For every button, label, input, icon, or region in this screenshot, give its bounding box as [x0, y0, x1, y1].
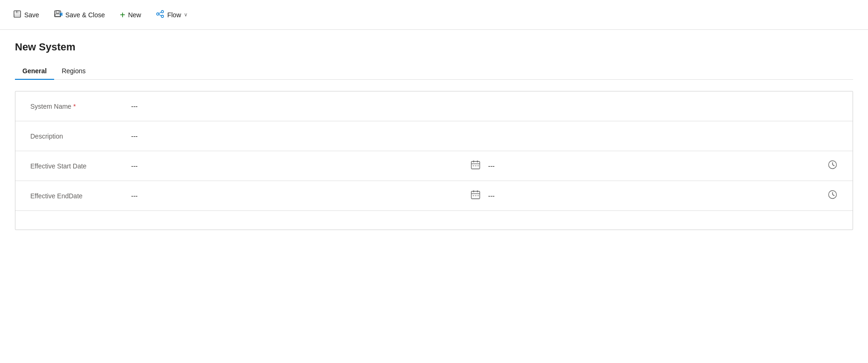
- effective-start-time-input[interactable]: ---: [481, 162, 827, 170]
- svg-rect-19: [473, 165, 474, 167]
- form-row-spacer: [15, 211, 853, 230]
- svg-rect-5: [56, 11, 59, 13]
- effective-end-time-input[interactable]: ---: [481, 192, 827, 200]
- svg-rect-2: [14, 14, 20, 17]
- svg-line-13: [159, 12, 161, 14]
- save-label: Save: [24, 11, 39, 19]
- new-label: New: [128, 11, 141, 19]
- system-name-placeholder: ---: [131, 103, 138, 110]
- form-row-effective-end-date: Effective EndDate ---: [15, 181, 853, 211]
- form-row-effective-start-date: Effective Start Date ---: [15, 151, 853, 181]
- form-row-description: Description ---: [15, 121, 853, 151]
- effective-end-date-value: ---: [131, 192, 138, 200]
- effective-start-time-value: ---: [488, 162, 495, 170]
- new-button[interactable]: + New: [114, 7, 147, 23]
- svg-point-10: [157, 13, 159, 15]
- svg-rect-6: [55, 14, 60, 16]
- svg-point-11: [161, 10, 164, 13]
- description-placeholder: ---: [131, 133, 138, 140]
- flow-button[interactable]: Flow ∨: [150, 6, 193, 24]
- form-section: System Name * --- Description --- Effect…: [15, 91, 853, 230]
- effective-start-date-value: ---: [131, 162, 138, 170]
- flow-label: Flow: [167, 11, 181, 19]
- svg-rect-20: [475, 165, 476, 167]
- effective-end-date-input[interactable]: ---: [124, 192, 470, 200]
- tabs: General Regions: [15, 63, 853, 80]
- description-label: Description: [30, 133, 124, 140]
- tab-regions[interactable]: Regions: [54, 63, 93, 79]
- effective-start-date-input[interactable]: ---: [124, 162, 470, 170]
- effective-end-time-value: ---: [488, 192, 495, 200]
- flow-icon: [156, 10, 164, 20]
- effective-start-date-label: Effective Start Date: [30, 162, 124, 170]
- svg-rect-21: [477, 165, 479, 167]
- save-close-label: Save & Close: [65, 11, 105, 19]
- save-button[interactable]: Save: [7, 6, 45, 24]
- save-close-button[interactable]: Save & Close: [49, 6, 111, 24]
- toolbar: Save Save & Close + New: [0, 0, 868, 30]
- svg-line-14: [159, 14, 161, 16]
- effective-end-date-clock-icon[interactable]: [827, 189, 838, 202]
- system-name-label: System Name *: [30, 103, 124, 110]
- save-icon: [13, 10, 21, 20]
- svg-rect-30: [475, 195, 476, 196]
- new-icon: +: [120, 10, 126, 20]
- svg-line-34: [833, 195, 834, 196]
- description-value[interactable]: ---: [124, 133, 838, 140]
- svg-rect-29: [473, 195, 474, 196]
- effective-start-date-clock-icon[interactable]: [827, 160, 838, 172]
- effective-start-date-row: --- ---: [124, 160, 838, 172]
- svg-rect-31: [477, 195, 479, 196]
- flow-chevron-icon: ∨: [184, 12, 188, 18]
- effective-end-date-label: Effective EndDate: [30, 192, 124, 200]
- page-title: New System: [15, 41, 853, 53]
- effective-start-date-calendar-icon[interactable]: [470, 160, 481, 172]
- required-indicator: *: [73, 103, 76, 110]
- effective-end-date-calendar-icon[interactable]: [470, 189, 481, 202]
- svg-point-12: [161, 15, 164, 17]
- page-content: New System General Regions System Name *…: [0, 30, 868, 241]
- effective-end-date-row: --- ---: [124, 189, 838, 202]
- svg-rect-3: [16, 11, 17, 13]
- tab-general[interactable]: General: [15, 63, 54, 79]
- system-name-value[interactable]: ---: [124, 103, 838, 110]
- save-close-icon: [54, 10, 63, 20]
- form-row-system-name: System Name * ---: [15, 91, 853, 121]
- svg-line-24: [833, 165, 834, 166]
